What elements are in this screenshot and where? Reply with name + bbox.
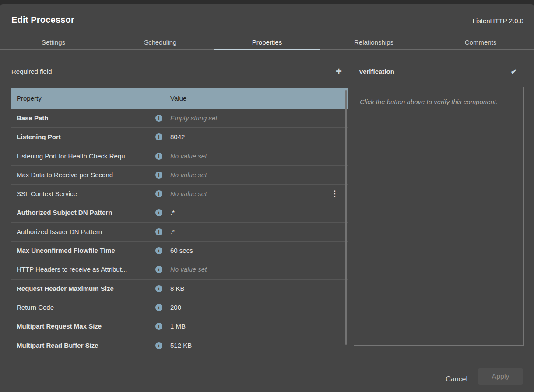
tab-label: Comments <box>465 38 497 46</box>
property-name: SSL Context Service <box>17 190 77 197</box>
property-name: Listening Port for Health Check Requ... <box>17 152 130 160</box>
property-table-header: Property Value <box>11 88 348 109</box>
property-table: Property Value Base PathiEmpty string se… <box>11 88 348 349</box>
required-field-label: Required field <box>11 68 52 75</box>
table-row[interactable]: Return Codei200 <box>11 298 348 317</box>
property-name: Request Header Maximum Size <box>17 285 114 292</box>
apply-button[interactable]: Apply <box>478 368 523 385</box>
info-icon[interactable]: i <box>155 342 162 349</box>
verification-placeholder-text: Click the button above to verify this co… <box>354 87 523 107</box>
tab-relationships[interactable]: Relationships <box>320 35 427 49</box>
property-value[interactable]: 8042 <box>170 133 185 140</box>
property-value[interactable]: .* <box>170 228 175 235</box>
property-table-body: Base PathiEmpty string setListening Port… <box>11 109 348 349</box>
tab-settings[interactable]: Settings <box>0 35 107 49</box>
property-name: Multipart Request Max Size <box>17 322 102 330</box>
table-row[interactable]: Listening Porti8042 <box>11 128 348 147</box>
info-icon[interactable]: i <box>155 133 162 140</box>
info-icon[interactable]: i <box>155 228 162 235</box>
property-value[interactable]: .* <box>170 209 175 216</box>
property-value[interactable]: No value set <box>170 152 207 160</box>
property-name: Authorized Issuer DN Pattern <box>17 228 102 235</box>
tab-bar: SettingsSchedulingPropertiesRelationship… <box>0 35 534 50</box>
info-icon[interactable]: i <box>155 247 162 254</box>
property-name: Authorized Subject DN Pattern <box>17 209 112 216</box>
info-icon[interactable]: i <box>155 304 162 311</box>
info-icon[interactable]: i <box>155 209 162 216</box>
info-icon[interactable]: i <box>155 115 162 122</box>
property-name: Listening Port <box>17 133 61 140</box>
table-row[interactable]: Request Header Maximum Sizei8 KB <box>11 280 348 298</box>
info-icon[interactable]: i <box>155 266 162 273</box>
tab-label: Settings <box>42 38 65 46</box>
tab-label: Scheduling <box>144 38 176 46</box>
tab-comments[interactable]: Comments <box>427 35 534 49</box>
verification-results-panel: Click the button above to verify this co… <box>354 87 524 346</box>
verification-label: Verification <box>359 68 394 75</box>
table-row[interactable]: HTTP Headers to receive as Attribut...iN… <box>11 260 348 279</box>
property-value[interactable]: No value set <box>170 190 207 197</box>
edit-processor-dialog: Edit Processor ListenHTTP 2.0.0 Settings… <box>0 4 534 392</box>
table-row[interactable]: Max Data to Receive per SecondiNo value … <box>11 166 348 185</box>
table-scrollbar[interactable] <box>345 90 347 345</box>
plus-icon: + <box>336 65 342 77</box>
property-name: Base Path <box>17 114 49 122</box>
property-name: Max Data to Receive per Second <box>17 171 113 178</box>
column-header-property: Property <box>17 94 42 102</box>
property-name: Multipart Read Buffer Size <box>17 342 98 349</box>
property-name: Max Unconfirmed Flowfile Time <box>17 247 115 254</box>
table-row[interactable]: Multipart Read Buffer Sizei512 KB <box>11 336 348 349</box>
table-row[interactable]: Authorized Subject DN Patterni.* <box>11 203 348 222</box>
info-icon[interactable]: i <box>155 285 162 292</box>
add-property-button[interactable]: + <box>332 65 346 78</box>
column-header-value: Value <box>170 94 186 102</box>
tab-label: Properties <box>252 38 282 46</box>
property-name: Return Code <box>17 304 54 311</box>
verify-button[interactable]: ✔ <box>507 66 521 78</box>
table-row[interactable]: SSL Context ServiceiNo value set⋮ <box>11 185 348 203</box>
tab-properties[interactable]: Properties <box>214 35 320 49</box>
info-icon[interactable]: i <box>155 172 162 178</box>
info-icon[interactable]: i <box>155 323 162 330</box>
info-icon[interactable]: i <box>155 153 162 160</box>
property-value[interactable]: 1 MB <box>170 322 186 330</box>
tab-label: Relationships <box>354 38 393 46</box>
tab-scheduling[interactable]: Scheduling <box>107 35 214 49</box>
property-name: HTTP Headers to receive as Attribut... <box>17 266 127 273</box>
processor-version: ListenHTTP 2.0.0 <box>473 17 523 24</box>
table-row[interactable]: Listening Port for Health Check Requ...i… <box>11 147 348 166</box>
property-value[interactable]: Empty string set <box>170 114 218 122</box>
more-options-icon[interactable]: ⋮ <box>331 189 338 198</box>
info-icon[interactable]: i <box>155 190 162 197</box>
table-row[interactable]: Multipart Request Max Sizei1 MB <box>11 317 348 336</box>
property-value[interactable]: 512 KB <box>170 342 192 349</box>
property-value[interactable]: No value set <box>170 266 207 273</box>
property-value[interactable]: 60 secs <box>170 247 193 254</box>
table-row[interactable]: Max Unconfirmed Flowfile Timei60 secs <box>11 242 348 260</box>
cancel-button[interactable]: Cancel <box>446 371 467 387</box>
check-icon: ✔ <box>510 67 517 77</box>
property-value[interactable]: 8 KB <box>170 285 185 292</box>
page-title: Edit Processor <box>11 15 74 25</box>
table-row[interactable]: Authorized Issuer DN Patterni.* <box>11 223 348 242</box>
property-value[interactable]: No value set <box>170 171 207 178</box>
property-value[interactable]: 200 <box>170 304 181 311</box>
table-row[interactable]: Base PathiEmpty string set <box>11 109 348 128</box>
